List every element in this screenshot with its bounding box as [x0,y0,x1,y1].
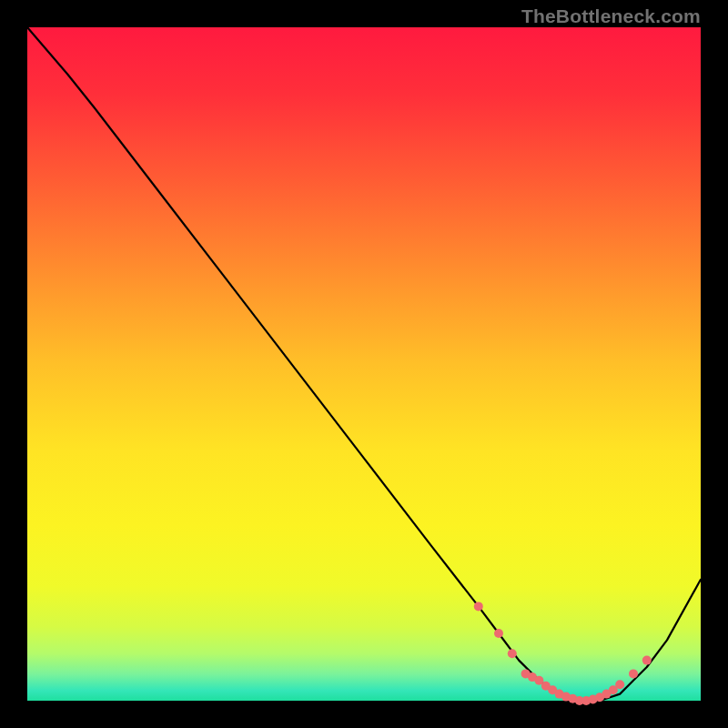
highlight-dot [474,602,483,611]
curve-layer [27,27,701,701]
highlight-dot [508,649,517,658]
bottleneck-curve [27,27,701,701]
watermark-text: TheBottleneck.com [521,5,701,27]
highlight-dot [629,669,638,678]
plot-area [27,27,701,701]
highlight-dot [494,629,503,638]
highlight-dot [642,656,652,665]
highlight-dot [615,680,624,689]
chart-frame: TheBottleneck.com [0,0,728,728]
